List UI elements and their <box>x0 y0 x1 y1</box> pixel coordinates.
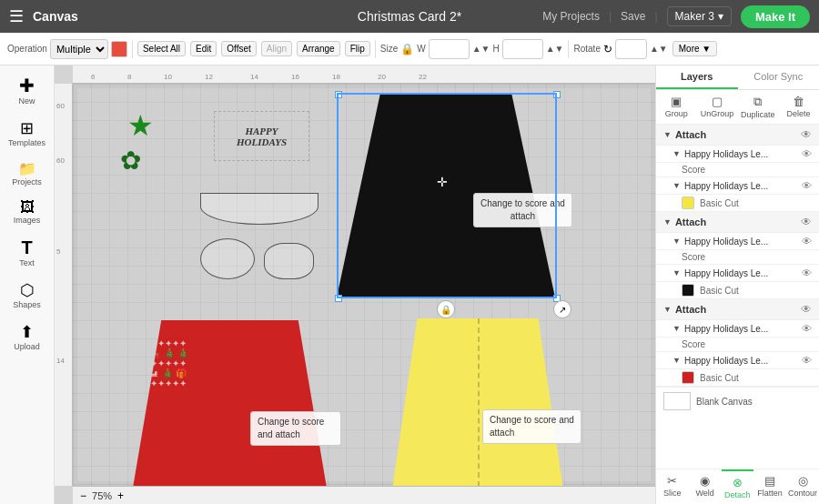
lock-icon[interactable]: 🔒 <box>400 43 414 55</box>
layer-name-2-2: Happy Holidays Le... <box>684 268 802 278</box>
layer-item-3-2[interactable]: ▼ Happy Holidays Le... 👁 <box>656 352 819 369</box>
layer-name-3-1: Happy Holidays Le... <box>684 324 802 334</box>
sidebar-item-text[interactable]: T Text <box>5 232 50 273</box>
layer-item-2-1[interactable]: ▼ Happy Holidays Le... 👁 <box>656 233 819 250</box>
sidebar-item-projects[interactable]: 📁 Projects <box>5 155 50 192</box>
new-label: New <box>18 96 35 106</box>
selection-handle-bl[interactable] <box>335 295 342 302</box>
canvas-area[interactable]: 6 8 10 12 14 16 18 20 22 60 60 5 14 ★ ✿ <box>55 66 655 504</box>
select-all-button[interactable]: Select All <box>137 41 186 56</box>
make-it-button[interactable]: Make It <box>741 5 810 28</box>
rotate-input[interactable]: 0 <box>615 39 647 59</box>
offset-button[interactable]: Offset <box>221 41 257 56</box>
size-label: Size <box>380 44 398 54</box>
layer-name-3-2: Happy Holidays Le... <box>684 356 802 366</box>
layer-name-2-1: Happy Holidays Le... <box>684 237 802 247</box>
slice-button[interactable]: ✂ Slice <box>656 469 689 504</box>
ungroup-button[interactable]: ▢ UnGroup <box>697 90 738 124</box>
delete-button[interactable]: 🗑 Delete <box>778 90 819 124</box>
height-unit: ▲▼ <box>546 44 564 54</box>
toolbar-sep-3 <box>568 40 569 58</box>
layer-item-1-2[interactable]: ▼ Happy Holidays Le... 👁 <box>656 177 819 195</box>
attach-header-1[interactable]: ▼ Attach 👁 <box>656 125 819 146</box>
contour-icon: ◎ <box>798 474 808 488</box>
resize-handle[interactable]: ↗ <box>553 300 571 318</box>
sidebar-item-shapes[interactable]: ⬡ Shapes <box>5 275 50 315</box>
width-unit: ▲▼ <box>472 44 490 54</box>
yellow-card-shape[interactable] <box>391 318 564 486</box>
happy-holidays-text: HAPPYHOLIDAYS <box>237 126 287 147</box>
blank-canvas-label: Blank Canvas <box>696 397 753 407</box>
group-button[interactable]: ▣ Group <box>656 90 697 124</box>
layer-item-1-1[interactable]: ▼ Happy Holidays Le... 👁 <box>656 146 819 163</box>
arrange-button[interactable]: Arrange <box>297 41 340 56</box>
detach-icon: ⊗ <box>733 476 743 489</box>
toolbar-sep-2 <box>375 40 376 58</box>
layer-sub-label-2-1: Score <box>682 252 705 262</box>
canvas-working-area[interactable]: ★ ✿ HAPPYHOLIDAYS ✛ Change to score anda… <box>73 84 655 486</box>
layer-item-2-2[interactable]: ▼ Happy Holidays Le... 👁 <box>656 265 819 282</box>
holly-shape[interactable]: ✿ <box>120 146 161 186</box>
operation-select[interactable]: Multiple <box>50 39 108 59</box>
layer-item-3-1[interactable]: ▼ Happy Holidays Le... 👁 <box>656 320 819 338</box>
color-picker-icon[interactable] <box>111 41 127 57</box>
shapes-label: Shapes <box>13 300 41 309</box>
align-button[interactable]: Align <box>261 41 292 56</box>
rounded-shape-1[interactable] <box>200 238 255 279</box>
left-sidebar: ✚ New ⊞ Templates 📁 Projects 🖼 Images T … <box>0 66 55 504</box>
shapes-icon: ⬡ <box>20 280 35 300</box>
layer-sub-1-1: Score <box>656 163 819 177</box>
chevron-down-icon: ▾ <box>718 10 723 23</box>
attach-eye-1[interactable]: 👁 <box>801 128 812 141</box>
blank-canvas-item: Blank Canvas <box>656 387 819 415</box>
size-group: Size 🔒 W 7.958 ▲▼ H 5.517 ▲▼ <box>380 39 564 59</box>
sidebar-item-new[interactable]: ✚ New <box>5 69 50 111</box>
tab-layers[interactable]: Layers <box>656 66 738 89</box>
happy-holidays-text-element[interactable]: HAPPYHOLIDAYS <box>214 111 309 161</box>
right-panel: Layers Color Sync ▣ Group ▢ UnGroup ⧉ Du… <box>655 66 819 504</box>
duplicate-button[interactable]: ⧉ Duplicate <box>738 90 779 124</box>
rotate-label: Rotate <box>573 44 600 54</box>
selection-handle-tl[interactable] <box>335 91 342 98</box>
red-card-shape[interactable]: ✦✦✦✦✦🦌 🎄 🎄✦✦✦✦✦⛸ 🎄 🎁✦✦✦✦✦ <box>132 320 328 486</box>
layer-eye-3-1[interactable]: 👁 <box>802 323 812 334</box>
contour-button[interactable]: ◎ Contour <box>786 469 819 504</box>
projects-icon: 📁 <box>18 160 36 177</box>
sidebar-item-templates[interactable]: ⊞ Templates <box>5 113 50 153</box>
save-button[interactable]: Save <box>621 10 645 23</box>
lock-button-canvas[interactable]: 🔒 <box>437 300 455 318</box>
zoom-in-button[interactable]: + <box>117 489 124 502</box>
layer-eye-2-2[interactable]: 👁 <box>802 267 812 278</box>
zoom-out-button[interactable]: − <box>80 489 86 502</box>
my-projects-button[interactable]: My Projects <box>542 10 600 23</box>
weld-button[interactable]: ◉ Weld <box>689 469 722 504</box>
attach-header-3[interactable]: ▼ Attach 👁 <box>656 299 819 320</box>
more-button[interactable]: More ▼ <box>672 41 717 56</box>
layer-eye-3-2[interactable]: 👁 <box>802 355 812 366</box>
rounded-shape-2[interactable] <box>264 243 314 279</box>
layer-eye-1-1[interactable]: 👁 <box>802 148 812 159</box>
operation-label: Operation <box>7 44 47 54</box>
sidebar-item-images[interactable]: 🖼 Images <box>5 194 50 230</box>
layer-eye-1-2[interactable]: 👁 <box>802 180 812 191</box>
upload-label: Upload <box>14 342 40 351</box>
tab-color-sync[interactable]: Color Sync <box>738 66 820 89</box>
flatten-button[interactable]: ▤ Flatten <box>753 469 786 504</box>
layer-name-1-2: Happy Holidays Le... <box>684 181 802 191</box>
layer-eye-2-1[interactable]: 👁 <box>802 236 812 247</box>
layers-list: ▼ Attach 👁 ▼ Happy Holidays Le... 👁 Scor… <box>656 125 819 469</box>
selection-handle-tr[interactable] <box>553 91 561 98</box>
maker-button[interactable]: Maker 3 ▾ <box>667 6 732 26</box>
attach-eye-3[interactable]: 👁 <box>801 303 812 316</box>
height-input[interactable]: 5.517 <box>502 39 543 59</box>
attach-eye-2[interactable]: 👁 <box>801 216 812 228</box>
hamburger-icon[interactable]: ☰ <box>9 6 24 26</box>
width-input[interactable]: 7.958 <box>429 39 470 59</box>
attach-header-2[interactable]: ▼ Attach 👁 <box>656 212 819 233</box>
edit-button[interactable]: Edit <box>190 41 217 56</box>
detach-button[interactable]: ⊗ Detach <box>722 469 754 504</box>
green-star-shape[interactable]: ★ <box>127 111 159 143</box>
flip-button[interactable]: Flip <box>345 41 370 56</box>
layer-sub-2-2: Basic Cut <box>656 282 819 299</box>
sidebar-item-upload[interactable]: ⬆ Upload <box>5 317 50 357</box>
